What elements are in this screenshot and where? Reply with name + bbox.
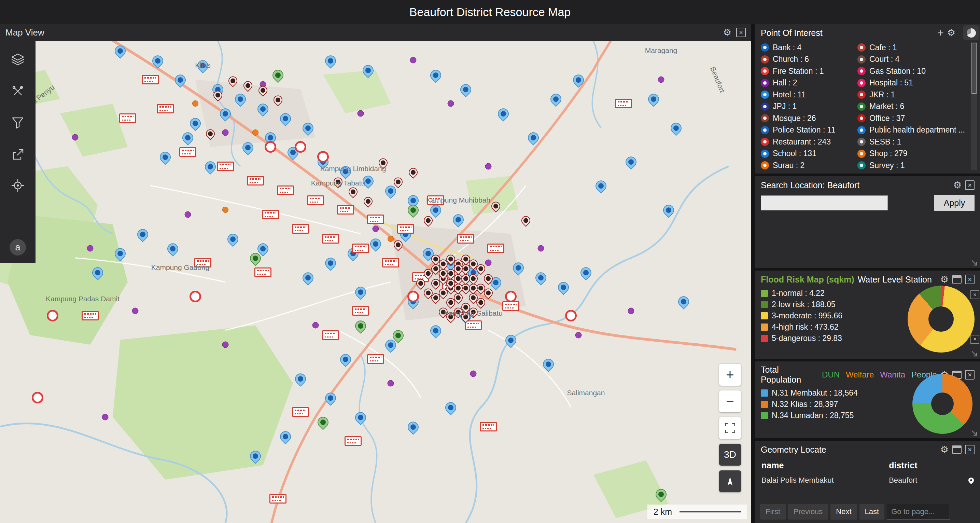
map-place-label: Kampung Padas Damit: [46, 295, 119, 303]
population-donut-chart[interactable]: [912, 374, 972, 434]
poi-item[interactable]: Police Station : 11: [761, 124, 855, 136]
location-pin-icon[interactable]: [967, 477, 975, 485]
resize-handle-icon[interactable]: [970, 259, 978, 267]
poi-item[interactable]: Church : 6: [761, 54, 855, 65]
apply-button[interactable]: Apply: [934, 195, 975, 211]
overlay-close-icon[interactable]: [970, 335, 979, 344]
poi-item[interactable]: Cafe : 1: [858, 41, 965, 54]
poi-title: Point Of Interest: [761, 28, 822, 38]
poi-category-icon: [761, 161, 769, 169]
poi-item[interactable]: Survey : 1: [858, 159, 965, 172]
poi-item[interactable]: Public health department ...: [858, 124, 965, 136]
zoom-in-button[interactable]: +: [719, 364, 741, 386]
poi-item[interactable]: SESB : 1: [858, 136, 965, 148]
poi-item[interactable]: Hotel : 11: [761, 89, 855, 101]
draw-tools-icon[interactable]: [11, 84, 25, 98]
view-3d-button[interactable]: 3D: [719, 444, 741, 466]
geometry-settings-icon[interactable]: [940, 444, 948, 455]
poi-item[interactable]: Mosque : 26: [761, 112, 855, 124]
legend-label: 4-high risk : 473.62: [772, 322, 838, 332]
table-row[interactable]: Balai Polis Membakut Beaufort: [755, 472, 980, 488]
population-section: Total Population DUNWelfareWanitaPeople …: [755, 362, 980, 438]
resize-handle-icon[interactable]: [970, 350, 978, 358]
map-panel-title: Map View: [5, 27, 45, 38]
poi-item[interactable]: School : 131: [761, 148, 855, 160]
poi-add-icon[interactable]: [937, 28, 944, 37]
poi-item[interactable]: Fire Station : 1: [761, 65, 855, 77]
poi-item[interactable]: JPJ : 1: [761, 101, 855, 113]
map-settings-icon[interactable]: [723, 27, 732, 38]
layers-icon[interactable]: [11, 53, 25, 67]
map-place-label: Klias: [195, 61, 211, 69]
pie-chart-icon: [967, 28, 976, 38]
locate-icon[interactable]: [11, 178, 25, 193]
poi-item[interactable]: Court : 4: [858, 54, 965, 65]
map-toolbar: a: [0, 41, 35, 263]
right-panel: Point Of Interest Bank : 4Church : 6Fire…: [755, 24, 980, 523]
poi-item-label: Hotel : 11: [773, 90, 806, 99]
zoom-out-button[interactable]: −: [719, 391, 741, 412]
compass-button[interactable]: [719, 470, 741, 492]
poi-item[interactable]: Hospital : 51: [858, 77, 965, 89]
next-page-button[interactable]: Next: [830, 504, 857, 520]
map-place-label: Maragang: [645, 46, 678, 55]
geometry-close-icon[interactable]: [965, 445, 975, 454]
map-place-label: Salimangan: [567, 389, 605, 397]
legend-swatch: [761, 412, 768, 419]
poi-category-icon: [858, 138, 865, 146]
poi-item-label: Office : 37: [869, 114, 905, 123]
previous-page-button[interactable]: Previous: [788, 504, 828, 520]
poi-item-label: Surau : 2: [773, 161, 805, 170]
first-page-button[interactable]: First: [760, 504, 786, 520]
poi-item[interactable]: Restaurant : 243: [761, 136, 855, 148]
poi-list: Bank : 4Church : 6Fire Station : 1Hall :…: [755, 40, 980, 173]
geometry-window-icon[interactable]: [952, 445, 962, 454]
map-close-icon[interactable]: [736, 28, 746, 37]
search-close-icon[interactable]: [965, 180, 975, 190]
poi-item[interactable]: Office : 37: [858, 112, 965, 124]
poi-item-label: Shop : 279: [869, 149, 907, 158]
search-settings-icon[interactable]: [953, 180, 962, 191]
poi-chart-button[interactable]: [963, 25, 979, 40]
poi-item[interactable]: Shop : 279: [858, 148, 965, 160]
flood-window-icon[interactable]: [952, 275, 962, 284]
poi-item[interactable]: JKR : 1: [858, 89, 965, 101]
filter-icon[interactable]: [11, 115, 25, 130]
fullscreen-button[interactable]: [719, 417, 741, 439]
last-page-button[interactable]: Last: [859, 504, 885, 520]
population-tab-welfare[interactable]: Welfare: [846, 370, 874, 379]
poi-item[interactable]: Gas Station : 10: [858, 65, 965, 77]
poi-item[interactable]: Surau : 2: [761, 159, 855, 172]
poi-item[interactable]: Market : 6: [858, 101, 965, 113]
poi-scrollbar-thumb[interactable]: [972, 43, 977, 94]
avatar[interactable]: a: [10, 239, 26, 255]
map-labels: MaragangBeaufortKuala PenyuKliasKampung …: [0, 41, 751, 523]
goto-page-input[interactable]: [887, 504, 950, 520]
flood-donut-chart[interactable]: [908, 285, 975, 352]
pagination: First Previous Next Last: [760, 504, 950, 520]
poi-item[interactable]: Bank : 4: [761, 41, 855, 54]
poi-item-label: Gas Station : 10: [869, 67, 926, 76]
poi-settings-icon[interactable]: [947, 27, 955, 38]
map-canvas[interactable]: MaragangBeaufortKuala PenyuKliasKampung …: [0, 41, 751, 523]
flood-settings-icon[interactable]: [940, 274, 948, 285]
flood-close-icon[interactable]: [965, 275, 975, 284]
page-title: Beaufort District Resource Map: [409, 5, 571, 19]
search-input[interactable]: [761, 195, 888, 210]
flood-risk-tab[interactable]: Flood Risk Map (sqkm): [761, 275, 854, 285]
poi-item[interactable]: Hall : 2: [761, 77, 855, 89]
population-tab-dun[interactable]: DUN: [822, 370, 840, 379]
search-section: Search Location: Beaufort Apply: [755, 176, 980, 268]
water-level-tab[interactable]: Water Level Station: [858, 275, 932, 285]
population-close-icon[interactable]: [965, 370, 975, 379]
overlay-close-icon[interactable]: [970, 290, 979, 299]
export-icon[interactable]: [11, 147, 25, 161]
search-title: Search Location: Beaufort: [761, 180, 859, 190]
poi-scrollbar[interactable]: [971, 41, 977, 170]
resize-handle-icon[interactable]: [970, 429, 978, 437]
geometry-section: Geometry Locate name district Balai Poli…: [755, 441, 980, 523]
poi-item-label: Court : 4: [869, 55, 899, 64]
app-header: Beaufort District Resource Map: [0, 0, 980, 24]
population-tab-wanita[interactable]: Wanita: [880, 370, 905, 379]
poi-category-icon: [761, 67, 769, 75]
